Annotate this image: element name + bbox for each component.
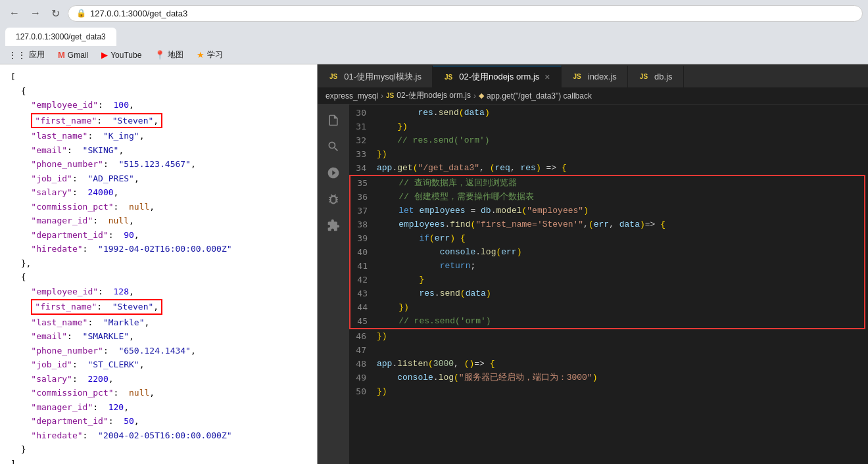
bookmark-gmail[interactable]: M Gmail: [55, 49, 91, 61]
sidebar-debug-icon[interactable]: [323, 189, 344, 210]
lock-icon: 🔒: [76, 9, 86, 18]
address-text: 127.0.0.1:3000/get_data3: [90, 9, 187, 18]
nav-buttons: ← → ↻: [5, 6, 64, 21]
code-line-40: 40 console.log(err): [350, 245, 864, 259]
code-line-36: 36 // 创建模型，需要操作哪个数据表: [350, 190, 864, 204]
code-line-46: 46 }): [349, 329, 868, 343]
back-button[interactable]: ←: [5, 6, 24, 21]
json-salary1: "salary": 24000,: [0, 185, 317, 200]
browser-tab[interactable]: 127.0.0.1:3000/get_data3: [5, 28, 116, 46]
json-hire1: "hiredate": "1992-04-02T16:00:00.000Z": [0, 242, 317, 256]
json-obj-open2: {: [0, 270, 317, 285]
sidebar-search-icon[interactable]: [323, 136, 344, 157]
json-last-name2: "last_name": "Markle",: [0, 315, 317, 330]
json-employee-id2: "employee_id": 128,: [0, 285, 317, 299]
json-commission2: "commission_pct": null,: [0, 386, 317, 400]
json-phone2: "phone_number": "650.124.1434",: [0, 344, 317, 358]
browser-tab-title: 127.0.0.1:3000/get_data3: [16, 32, 106, 41]
code-line-42: 42 }: [350, 273, 864, 287]
bookmarks-bar: ⋮⋮ 应用 M Gmail ▶ YouTube 📍 地图 ★ 学习: [0, 46, 868, 64]
vscode-breadcrumb: express_mysql › JS 02-使用nodejs orm.js › …: [318, 87, 868, 104]
tab-nodejs-orm[interactable]: JS 02-使用nodejs orm.js ×: [433, 66, 562, 87]
code-line-34: 34 app.get("/get_data3", (req, res) => {: [349, 161, 868, 175]
code-body[interactable]: 30 res.send(data) 31 }) 32 // res.send('…: [349, 104, 868, 464]
code-line-33: 33 }): [349, 147, 868, 161]
code-line-43: 43 res.send(data): [350, 287, 864, 300]
code-line-48: 48 app.listen(3000, ()=> {: [349, 357, 868, 371]
json-dept2: "department_id": 50,: [0, 414, 317, 429]
tab-index[interactable]: JS index.js: [562, 66, 628, 87]
bookmark-apps[interactable]: ⋮⋮ 应用: [5, 48, 47, 62]
study-icon: ★: [197, 50, 205, 60]
gmail-icon: M: [58, 50, 65, 60]
json-email2: "email": "SMARKLE",: [0, 329, 317, 344]
browser-chrome: ← → ↻ 🔒 127.0.0.1:3000/get_data3 127.0.0…: [0, 0, 868, 64]
youtube-label: YouTube: [110, 51, 141, 60]
maps-icon: 📍: [155, 50, 165, 60]
vscode-panel: JS 01-使用mysql模块.js JS 02-使用nodejs orm.js…: [318, 64, 868, 464]
tab-mysql-module[interactable]: JS 01-使用mysql模块.js: [318, 66, 433, 87]
js-icon-3: JS: [572, 72, 583, 81]
vscode-tab-bar: JS 01-使用mysql模块.js JS 02-使用nodejs orm.js…: [318, 64, 868, 87]
breadcrumb-sep1: ›: [381, 91, 383, 101]
code-line-50: 50 }): [349, 384, 868, 398]
browser-json-panel: [ { "employee_id": 100, "first_name": "S…: [0, 64, 318, 464]
sidebar-git-icon[interactable]: [323, 162, 344, 183]
gmail-label: Gmail: [68, 51, 88, 60]
code-line-49: 49 console.log("服务器已经启动，端口为：3000"): [349, 371, 868, 384]
code-line-37: 37 let employees = db.model("employees"): [350, 204, 864, 218]
json-open-array: [: [0, 70, 317, 84]
sidebar-extensions-icon[interactable]: [323, 215, 344, 236]
code-line-39: 39 if(err) {: [350, 231, 864, 245]
tab-db[interactable]: JS db.js: [628, 66, 684, 87]
json-close-obj1: },: [0, 256, 317, 271]
code-line-41: 41 return;: [350, 259, 864, 273]
json-line-obj-open1: {: [0, 84, 317, 99]
browser-toolbar: ← → ↻ 🔒 127.0.0.1:3000/get_data3: [0, 0, 868, 26]
breadcrumb-root[interactable]: express_mysql: [326, 91, 378, 101]
code-line-30: 30 res.send(data): [349, 106, 868, 120]
browser-tab-bar: 127.0.0.1:3000/get_data3: [0, 26, 868, 46]
js-icon-1: JS: [328, 72, 339, 81]
reload-button[interactable]: ↻: [47, 6, 64, 21]
json-job-id1: "job_id": "AD_PRES",: [0, 172, 317, 186]
json-hire2: "hiredate": "2004-02-05T16:00:00.000Z": [0, 429, 317, 443]
json-manager2: "manager_id": 120,: [0, 400, 317, 415]
json-phone1: "phone_number": "515.123.4567",: [0, 157, 317, 172]
tab-label-3: index.js: [588, 72, 617, 81]
code-line-38: 38 employees.find("first_name='Steven'",…: [350, 218, 864, 231]
apps-icon: ⋮⋮: [8, 50, 26, 60]
breadcrumb-js-icon: JS: [386, 92, 394, 99]
tab-label-1: 01-使用mysql模块.js: [344, 71, 422, 83]
json-commission1: "commission_pct": null,: [0, 200, 317, 214]
breadcrumb-file[interactable]: 02-使用nodejs orm.js: [397, 90, 471, 101]
address-bar[interactable]: 🔒 127.0.0.1:3000/get_data3: [68, 5, 863, 22]
js-icon-2: JS: [443, 73, 454, 81]
json-job-id2: "job_id": "ST_CLERK",: [0, 358, 317, 372]
breadcrumb-sep2: ›: [473, 91, 476, 101]
breadcrumb-func[interactable]: app.get("/get_data3") callback: [487, 91, 592, 101]
code-line-35: 35 // 查询数据库，返回到浏览器: [350, 176, 864, 190]
code-line-44: 44 }): [350, 300, 864, 314]
bookmark-study[interactable]: ★ 学习: [194, 48, 226, 62]
json-email1: "email": "SKING",: [0, 143, 317, 158]
maps-label: 地图: [168, 49, 183, 60]
json-close-obj2: }: [0, 442, 317, 457]
code-line-45: 45 // res.send('orm'): [350, 314, 864, 328]
apps-label: 应用: [29, 49, 45, 60]
vscode-sidebar: [318, 104, 349, 464]
json-first-name1-highlighted: "first_name": "Steven",: [0, 112, 317, 129]
tab-close-button[interactable]: ×: [544, 72, 550, 82]
code-line-31: 31 }): [349, 120, 868, 133]
code-line-47: 47: [349, 343, 868, 357]
bookmark-maps[interactable]: 📍 地图: [152, 48, 186, 62]
forward-button[interactable]: →: [26, 6, 45, 21]
red-outline-code-block: 35 // 查询数据库，返回到浏览器 36 // 创建模型，需要操作哪个数据表 …: [349, 175, 865, 329]
json-dept1: "department_id": 90,: [0, 228, 317, 243]
tab-label-4: db.js: [654, 72, 672, 81]
json-close-array: ]: [0, 457, 317, 465]
js-icon-4: JS: [639, 72, 649, 81]
bookmark-youtube[interactable]: ▶ YouTube: [99, 49, 144, 61]
tab-label-2: 02-使用nodejs orm.js: [459, 71, 539, 83]
sidebar-files-icon[interactable]: [323, 110, 344, 131]
